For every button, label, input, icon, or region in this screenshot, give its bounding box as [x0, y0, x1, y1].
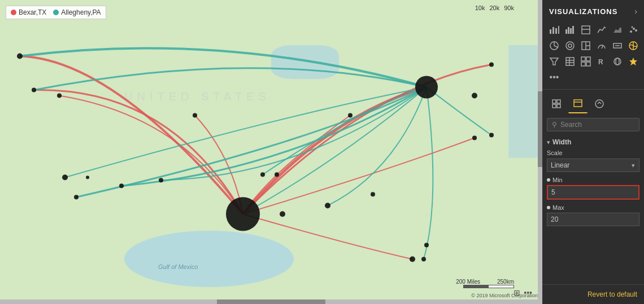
- section-title-width: Width: [552, 138, 571, 146]
- panel-title: VISUALIZATIONS: [549, 7, 617, 16]
- svg-rect-32: [582, 26, 590, 34]
- svg-point-36: [633, 28, 635, 30]
- svg-point-62: [614, 58, 621, 65]
- legend-dot-bexar: [11, 10, 16, 15]
- min-dot: [547, 178, 550, 182]
- svg-marker-34: [613, 27, 621, 33]
- svg-point-42: [566, 42, 574, 50]
- svg-rect-67: [552, 104, 556, 108]
- revert-button[interactable]: Revert to default: [542, 284, 644, 304]
- viz-icon-funnel[interactable]: [547, 54, 562, 69]
- map-scrollbar-vertical[interactable]: [538, 0, 542, 304]
- svg-point-37: [635, 29, 637, 32]
- expand-icon[interactable]: ⊞: [514, 288, 520, 297]
- great-lakes-water: [271, 45, 339, 79]
- size-legend-10k: 10k: [475, 5, 485, 11]
- min-input[interactable]: [547, 185, 639, 200]
- svg-text:R: R: [598, 58, 603, 66]
- map-scrollbar-v-thumb[interactable]: [538, 91, 542, 168]
- svg-rect-28: [565, 29, 567, 34]
- panel-expand-chevron[interactable]: ›: [634, 7, 637, 16]
- max-input[interactable]: [547, 213, 639, 226]
- svg-rect-29: [568, 27, 569, 34]
- panel-header: VISUALIZATIONS ›: [542, 0, 644, 20]
- atlantic-water: [508, 45, 542, 158]
- scale-dropdown-wrapper: Linear Logarithmic ▾: [547, 158, 639, 172]
- legend-item-bexar: Bexar,TX: [11, 8, 46, 16]
- search-box[interactable]: ⚲: [547, 118, 639, 131]
- tab-format[interactable]: [568, 94, 588, 113]
- svg-rect-65: [552, 100, 556, 103]
- max-row: Max: [542, 202, 644, 228]
- map-scrollbar-h-thumb[interactable]: [217, 299, 325, 304]
- svg-rect-69: [574, 100, 582, 107]
- viz-icon-treemap[interactable]: [578, 38, 593, 53]
- svg-rect-31: [572, 26, 574, 34]
- svg-point-63: [616, 58, 619, 65]
- scale-bar: 200 Miles 250km: [456, 279, 514, 288]
- viz-icon-bar[interactable]: [547, 23, 562, 37]
- viz-icon-bar2[interactable]: [563, 23, 577, 37]
- viz-icon-scatter[interactable]: [626, 23, 641, 37]
- svg-point-35: [630, 30, 632, 33]
- viz-icon-map[interactable]: [626, 38, 641, 53]
- scale-dropdown[interactable]: Linear Logarithmic: [547, 158, 639, 172]
- viz-icon-more[interactable]: •••: [547, 70, 562, 85]
- svg-point-71: [595, 100, 603, 108]
- svg-rect-53: [566, 58, 574, 65]
- svg-rect-66: [557, 100, 560, 103]
- right-panel: VISUALIZATIONS ›: [542, 0, 644, 304]
- min-label: Min: [547, 177, 639, 183]
- gulf-water: [124, 231, 294, 287]
- legend-dot-allegheny: [53, 10, 59, 15]
- tab-analytics[interactable]: [590, 94, 609, 113]
- svg-rect-30: [570, 28, 572, 34]
- size-legend-20k: 20k: [490, 5, 500, 11]
- scale-200-miles: 200 Miles: [456, 279, 480, 285]
- size-legend: 10k 20k 90k: [475, 5, 514, 11]
- section-chevron: ▾: [547, 139, 550, 146]
- scale-labels: 200 Miles 250km: [456, 279, 514, 285]
- viz-icon-donut[interactable]: [563, 38, 577, 53]
- scale-250-km: 250km: [497, 279, 514, 285]
- viz-icon-line[interactable]: [594, 23, 609, 37]
- svg-rect-24: [550, 29, 551, 34]
- viz-icon-area[interactable]: [610, 23, 625, 37]
- viz-icons-grid: R •••: [542, 20, 644, 87]
- gulf-map-label: Gulf of Mexico: [158, 263, 198, 270]
- divider-1: [542, 89, 644, 90]
- svg-rect-60: [586, 62, 590, 66]
- viz-icon-star[interactable]: [626, 54, 641, 69]
- svg-line-41: [554, 46, 558, 47]
- viz-icon-stacked[interactable]: [578, 23, 593, 37]
- panel-tabs: [542, 92, 644, 116]
- viz-icon-table[interactable]: [563, 54, 577, 69]
- scale-label: Scale: [547, 149, 639, 156]
- svg-marker-52: [550, 58, 558, 65]
- viz-icon-gauge[interactable]: [594, 38, 609, 53]
- viz-icon-matrix[interactable]: [578, 54, 593, 69]
- width-section-header[interactable]: ▾ Width: [542, 134, 644, 148]
- svg-point-38: [632, 27, 633, 28]
- svg-point-43: [568, 44, 572, 47]
- search-input[interactable]: [560, 121, 634, 129]
- svg-rect-25: [552, 27, 554, 34]
- svg-rect-27: [558, 26, 559, 34]
- size-legend-90k: 90k: [504, 5, 514, 11]
- legend-item-allegheny: Allegheny,PA: [53, 8, 101, 16]
- scale-line: [463, 285, 514, 288]
- legend-label-allegheny: Allegheny,PA: [61, 8, 101, 16]
- svg-marker-64: [629, 58, 637, 65]
- viz-icon-r[interactable]: R: [594, 54, 609, 69]
- map-bottom-icons[interactable]: ⊞ •••: [514, 288, 532, 297]
- viz-icon-pie[interactable]: [547, 38, 562, 53]
- viz-icon-globe[interactable]: [610, 54, 625, 69]
- search-icon: ⚲: [552, 121, 557, 129]
- svg-rect-68: [557, 104, 560, 108]
- more-icon[interactable]: •••: [524, 288, 532, 297]
- map-scrollbar-horizontal[interactable]: [0, 299, 542, 304]
- svg-rect-59: [581, 62, 585, 66]
- scale-row: Scale Linear Logarithmic ▾: [542, 148, 644, 174]
- viz-icon-card[interactable]: [610, 38, 625, 53]
- tab-fields[interactable]: [547, 94, 566, 113]
